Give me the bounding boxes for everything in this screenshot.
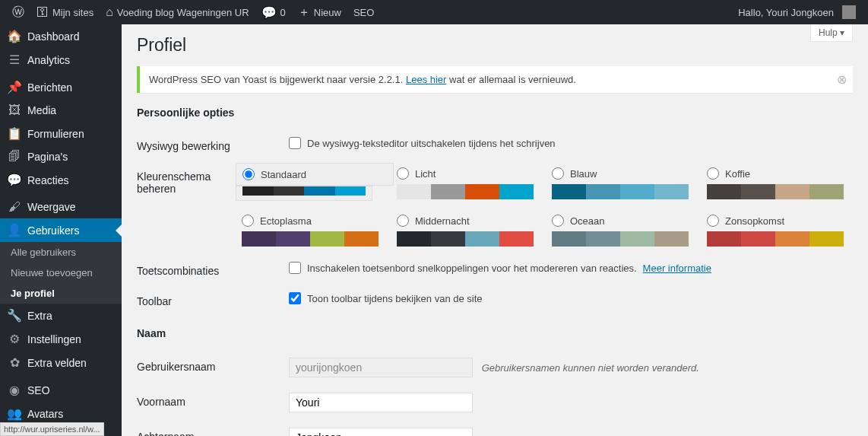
form-icon: 📋 [8,126,21,141]
notice-text-pre: WordPress SEO van Yoast is bijgewerkt na… [149,74,406,85]
site-name-label: Voeding blog Wageningen UR [117,7,249,18]
color-schemes-grid: StandaardLichtBlauwKoffieEctoplasmaMidde… [242,167,853,247]
comments-bubble[interactable]: 💬0 [255,0,292,24]
nav-users[interactable]: 👤Gebruikers [0,218,122,242]
firstname-input[interactable] [289,393,473,412]
media-icon: 🖾 [8,103,21,117]
page-icon: 🗐 [8,150,21,164]
color-scheme-radio[interactable] [552,167,564,180]
color-scheme-radio[interactable] [242,168,255,180]
update-notice: WordPress SEO van Yoast is bijgewerkt na… [137,66,853,93]
analytics-icon: ☰ [8,53,21,67]
greeting: Hallo, Youri Jongkoen [738,7,834,18]
nav-settings[interactable]: ⚙Instellingen [0,327,122,351]
color-scheme-radio[interactable] [397,215,409,227]
nav-users-new[interactable]: Nieuwe toevoegen [0,263,122,283]
color-scheme-name: Blauw [570,168,597,180]
color-scheme-name: Oceaan [570,215,605,227]
color-scheme-name: Middernacht [415,215,470,227]
toolbar-checkbox[interactable] [289,292,301,304]
comment-icon: 💬 [8,173,21,187]
status-bar-url: http://wur.upriseries.nl/w... [0,422,104,436]
color-scheme-option[interactable]: Oceaan [552,215,698,247]
wysiwyg-checkbox-label: De wysiwyg-teksteditor uitschakelen tijd… [307,138,556,149]
color-scheme-option[interactable]: Blauw [552,167,698,201]
notice-text-post: wat er allemaal is vernieuwd. [446,74,576,85]
nav-users-all[interactable]: Alle gebruikers [0,242,122,263]
color-scheme-option[interactable]: Ectoplasma [242,215,388,247]
gear-icon: ✿ [8,355,21,370]
color-scheme-radio[interactable] [552,215,564,227]
wysiwyg-label: Wysiwyg bewerking [137,137,289,152]
nav-extra-fields[interactable]: ✿Extra velden [0,351,122,374]
admin-toolbar: ⓦ ⚿Mijn sites ⌂Voeding blog Wageningen U… [0,0,868,24]
color-swatches [397,231,534,247]
firstname-label: Voornaam [137,393,289,408]
lastname-label: Achternaam [137,428,289,436]
nav-media[interactable]: 🖾Media [0,99,122,122]
color-scheme-name: Standaard [261,169,306,180]
main-content: Profiel WordPress SEO van Yoast is bijge… [122,24,868,436]
wp-logo[interactable]: ⓦ [6,0,30,24]
wysiwyg-checkbox[interactable] [289,137,301,149]
nav-posts[interactable]: 📌Berichten [0,75,122,99]
color-scheme-name: Zonsopkomst [725,215,784,227]
toolbar-checkbox-label: Toon toolbar tijdens bekijken van de sit… [307,293,483,304]
nav-users-profile[interactable]: Je profiel [0,283,122,304]
color-scheme-radio[interactable] [707,167,719,180]
user-account[interactable]: Hallo, Youri Jongkoen [732,0,862,24]
username-note: Gebruikersnamen kunnen niet worden veran… [482,362,699,374]
nav-dashboard[interactable]: 🏠Dashboard [0,24,122,48]
wrench-icon: 🔧 [8,308,21,323]
pin-icon: 📌 [8,80,21,94]
lastname-input[interactable] [289,428,473,436]
color-swatches [707,231,844,247]
colorscheme-label: Kleurenschema beheren [137,167,242,195]
nav-tools[interactable]: 🔧Extra [0,304,122,327]
dismiss-notice-button[interactable]: ⊗ [837,72,847,87]
my-sites-label: Mijn sites [52,7,93,18]
color-swatches [236,186,372,201]
color-scheme-option[interactable]: Koffie [707,167,853,201]
color-swatches [552,184,689,199]
nav-comments[interactable]: 💬Reacties [0,168,122,192]
color-scheme-option[interactable]: Standaard [242,167,388,201]
avatar-icon [842,5,856,19]
color-swatches [397,184,534,199]
color-scheme-option[interactable]: Zonsopkomst [707,215,853,247]
color-scheme-name: Ectoplasma [260,215,312,227]
shortcuts-label: Toetscombinaties [137,262,289,277]
page-title: Profiel [137,35,853,56]
color-scheme-radio[interactable] [707,215,719,227]
shortcuts-more-link[interactable]: Meer informatie [643,263,711,274]
comment-icon: 💬 [261,5,277,20]
sliders-icon: ⚙ [8,332,21,346]
wordpress-icon: ⓦ [12,5,24,21]
name-heading: Naam [137,327,853,339]
plus-icon: ＋ [298,5,310,21]
user-icon: 👤 [8,223,21,237]
home-icon: ⌂ [106,5,113,19]
nav-appearance[interactable]: 🖌Weergave [0,196,122,218]
color-scheme-radio[interactable] [397,167,409,180]
nav-analytics[interactable]: ☰Analytics [0,48,122,72]
site-name[interactable]: ⌂Voeding blog Wageningen UR [100,0,255,24]
my-sites[interactable]: ⚿Mijn sites [30,0,100,24]
color-scheme-option[interactable]: Licht [397,167,543,201]
color-scheme-name: Licht [415,168,436,180]
shortcuts-checkbox[interactable] [289,262,301,274]
brush-icon: 🖌 [8,200,21,214]
color-scheme-option[interactable]: Middernacht [397,215,543,247]
nav-forms[interactable]: 📋Formulieren [0,122,122,145]
seo-menu[interactable]: SEO [347,0,380,24]
new-label: Nieuw [314,7,341,18]
color-swatches [242,231,379,247]
nav-pages[interactable]: 🗐Pagina's [0,145,122,168]
color-swatches [707,184,844,199]
color-scheme-radio[interactable] [242,215,254,227]
nav-seo[interactable]: ◉SEO [0,378,122,402]
seo-icon: ◉ [8,383,21,397]
notice-link[interactable]: Lees hier [406,74,446,85]
new-content[interactable]: ＋Nieuw [292,0,347,24]
toolbar-label: Toolbar [137,292,289,307]
